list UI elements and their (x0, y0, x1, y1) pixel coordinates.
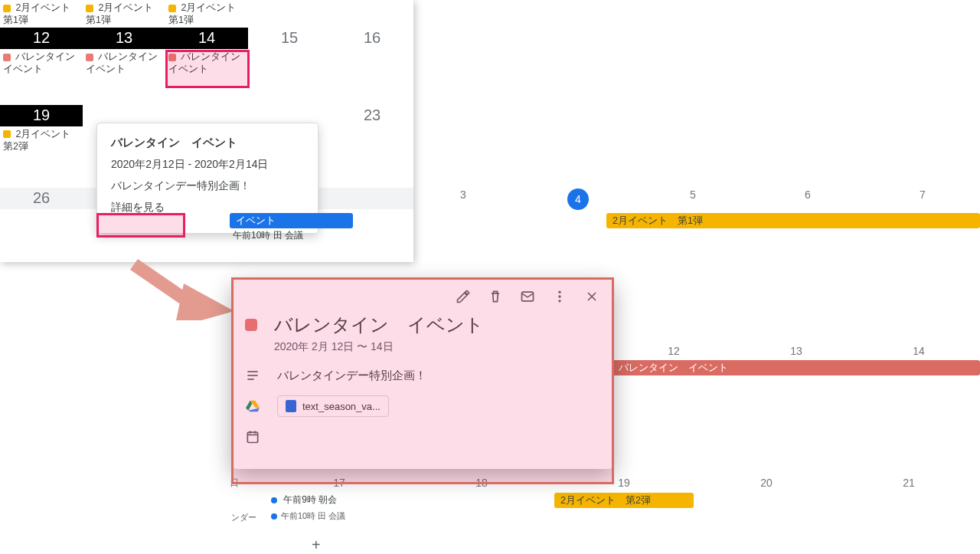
calendar-day[interactable]: 20 (695, 472, 838, 493)
event-text: 2月イベント 第1弾 (3, 2, 80, 25)
mini-event-amber[interactable]: 2月イベント 第2弾 (0, 126, 83, 155)
mini-event-amber[interactable]: 2月イベント 第1弾 (83, 0, 165, 28)
card-header: バレンタイン イベント 2020年 2月 12日 〜 14日 (245, 313, 600, 354)
svg-marker-11 (248, 408, 260, 411)
amber-dot-icon (3, 130, 11, 138)
attachment-chip[interactable]: text_season_va... (277, 395, 389, 417)
calendar-day[interactable]: 21 (838, 472, 980, 493)
attachment-name: text_season_va... (302, 401, 381, 412)
calendar-detail-row: 午前10時 田 会議 (230, 228, 980, 248)
svg-point-3 (558, 291, 560, 293)
card-calendar-row (245, 429, 600, 444)
event-text: バレンタイン イベント (168, 51, 250, 74)
card-attachment-row: text_season_va... (245, 395, 600, 417)
event-bar-amber[interactable]: 2月イベント 第2弾 (554, 493, 694, 508)
svg-marker-1 (175, 284, 234, 320)
mini-date[interactable]: 14 (165, 28, 248, 49)
mini-date[interactable]: 16 (331, 28, 413, 49)
calendar-event-row: イベント 2月イベント 第1弾 (230, 213, 980, 228)
svg-rect-12 (247, 432, 257, 442)
event-bar-salmon[interactable]: バレンタイン イベント (612, 360, 980, 375)
meeting-entry[interactable]: 午前9時 朝会 (268, 493, 410, 510)
calendar-date-row: 日 17 18 19 20 21 (230, 472, 980, 493)
event-label: 2月イベント 第2弾 (560, 494, 651, 507)
event-detail-card: バレンタイン イベント 2020年 2月 12日 〜 14日 バレンタインデー特… (231, 277, 614, 469)
calendar-label: ンダー (230, 510, 268, 526)
card-title: バレンタイン イベント (274, 313, 484, 337)
event-text: 2月イベント 第2弾 (3, 129, 80, 152)
mini-date[interactable]: 23 (331, 105, 413, 126)
add-button[interactable]: + (312, 536, 327, 552)
calendar-day[interactable]: 19 (553, 472, 695, 493)
calendar-icon (245, 429, 260, 444)
mini-row-events-0: 2月イベント 第1弾 2月イベント 第1弾 2月イベント 第1弾 (0, 0, 413, 28)
svg-marker-10 (246, 401, 252, 411)
mini-date[interactable]: 12 (0, 28, 83, 49)
partial-label: 日 (230, 472, 268, 493)
calendar-day[interactable]: 6 (750, 184, 865, 213)
event-text: バレンタイン イベント (3, 51, 85, 74)
calendar-day[interactable]: 18 (410, 472, 553, 493)
calendar-day[interactable]: 13 (735, 340, 858, 360)
trash-icon[interactable] (487, 288, 504, 305)
amber-dot-icon (86, 5, 93, 12)
event-bar-blue[interactable]: イベント (230, 213, 353, 228)
notes-icon (245, 368, 260, 383)
arrow-icon (130, 245, 237, 320)
event-text: 2月イベント 第1弾 (86, 2, 163, 25)
event-text: 2月イベント 第1弾 (168, 2, 246, 25)
calendar-day-today[interactable]: 4 (521, 184, 635, 213)
mini-row-events-1: バレンタイン イベント バレンタイン イベント バレンタイン イベント (0, 49, 413, 77)
pink-dot-icon (3, 54, 11, 61)
edit-icon[interactable] (455, 288, 472, 305)
close-icon[interactable] (583, 288, 600, 305)
event-label: バレンタイン イベント (619, 362, 728, 375)
doc-icon (286, 400, 296, 412)
event-bar-amber[interactable]: 2月イベント 第1弾 (606, 213, 980, 228)
tooltip-title: バレンタイン イベント (111, 136, 304, 150)
card-date-range: 2020年 2月 12日 〜 14日 (274, 340, 484, 354)
more-icon[interactable] (551, 288, 568, 305)
mini-date[interactable]: 15 (248, 28, 331, 49)
card-description-row: バレンタインデー特別企画！ (245, 368, 600, 383)
calendar-day[interactable]: 12 (612, 340, 735, 360)
event-label: 2月イベント 第1弾 (612, 215, 703, 228)
meeting-entry[interactable]: 午前10時 田 会議 (268, 510, 410, 526)
event-label: イベント (236, 215, 276, 228)
tooltip-detail-link[interactable]: 詳細を見る (111, 201, 165, 213)
calendar-date-row: 3 4 5 6 7 (230, 184, 980, 213)
mini-date[interactable]: 13 (83, 28, 165, 49)
event-text: バレンタイン イベント (86, 51, 168, 74)
tooltip-range: 2020年2月12日 - 2020年2月14日 (111, 158, 304, 172)
amber-dot-icon (3, 5, 11, 12)
calendar-day[interactable]: 14 (858, 340, 980, 360)
event-color-icon (245, 319, 257, 331)
calendar-day[interactable]: 3 (406, 184, 521, 213)
amber-dot-icon (168, 5, 176, 12)
mini-date-row-1: 12 13 14 15 16 (0, 28, 413, 49)
calendar-day[interactable]: 17 (268, 472, 410, 493)
calendar-event-row: 午前9時 朝会 2月イベント 第2弾 (230, 493, 980, 510)
meeting-entry[interactable]: 午前10時 田 会議 (230, 228, 980, 248)
calendar-event-row: ンダー 午前10時 田 会議 (230, 510, 980, 526)
mini-date[interactable]: 26 (0, 188, 83, 209)
card-action-row (245, 288, 600, 305)
pink-dot-icon (86, 54, 93, 61)
svg-point-5 (558, 300, 560, 302)
drive-icon (245, 399, 260, 413)
calendar-day[interactable]: 5 (635, 184, 750, 213)
mini-event-valentine[interactable]: バレンタイン イベント (0, 49, 83, 77)
mini-event-valentine[interactable]: バレンタイン イベント (83, 49, 165, 77)
mini-date[interactable]: 19 (0, 105, 83, 126)
card-description: バレンタインデー特別企画！ (277, 369, 426, 383)
mini-event-valentine[interactable]: バレンタイン イベント (165, 49, 248, 77)
pink-dot-icon (168, 54, 176, 61)
calendar-day[interactable]: 7 (865, 184, 980, 213)
mini-event-amber[interactable]: 2月イベント 第1弾 (165, 0, 248, 28)
mail-icon[interactable] (519, 288, 536, 305)
mini-event-amber[interactable]: 2月イベント 第1弾 (0, 0, 83, 28)
svg-point-4 (558, 295, 560, 297)
